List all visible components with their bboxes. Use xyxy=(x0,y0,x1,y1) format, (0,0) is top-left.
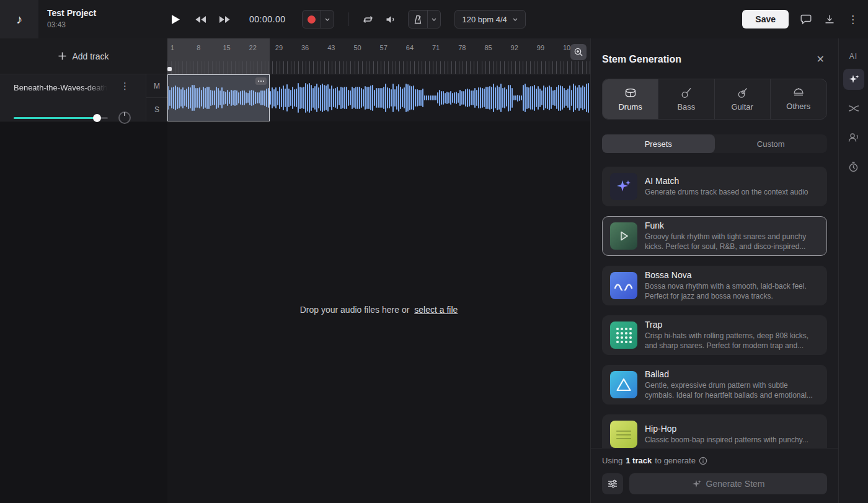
fast-forward-button[interactable] xyxy=(219,15,231,24)
play-button[interactable] xyxy=(171,14,180,25)
preset-ai-match[interactable]: AI Match Generate drums track based on t… xyxy=(602,167,827,206)
others-icon xyxy=(793,87,804,98)
ruler-number: 29 xyxy=(275,44,283,51)
tab-drums-label: Drums xyxy=(618,102,642,112)
preset-text: AI Match Generate drums track based on t… xyxy=(645,176,808,198)
play-icon xyxy=(171,14,180,25)
preset-description: Crisp hi-hats with rolling patterns, dee… xyxy=(645,331,819,351)
preset-title: Trap xyxy=(645,320,819,330)
plus-icon xyxy=(58,52,66,60)
zoom-button[interactable] xyxy=(570,44,587,60)
top-right-actions: Save ⋮ xyxy=(742,0,859,38)
rewind-button[interactable] xyxy=(195,15,206,24)
project-duration: 03:43 xyxy=(47,20,96,29)
music-note-icon: ♪ xyxy=(16,12,22,27)
info-icon[interactable] xyxy=(699,457,707,465)
footer-actions: Generate Stem xyxy=(602,473,827,494)
preset-trap[interactable]: Trap Crisp hi-hats with rolling patterns… xyxy=(602,315,827,355)
track-menu-button[interactable]: ⋮ xyxy=(120,81,130,92)
project-info: Test Project 03:43 xyxy=(47,8,96,29)
timeline-ruler[interactable]: 1815222936435057647178859299106 xyxy=(167,38,590,74)
preset-title: Bossa Nova xyxy=(645,270,819,280)
rewind-icon xyxy=(195,15,206,24)
volume-slider[interactable] xyxy=(14,117,108,119)
tab-others[interactable]: Others xyxy=(771,79,826,119)
audio-track-lane[interactable] xyxy=(167,74,590,121)
volume-icon xyxy=(386,15,396,24)
volume-slider-knob[interactable] xyxy=(93,114,101,122)
rail-tempo-button[interactable] xyxy=(843,156,864,177)
fast-forward-icon xyxy=(219,15,231,24)
pan-knob[interactable] xyxy=(118,112,131,124)
mute-button[interactable]: M xyxy=(146,74,167,98)
crossfade-icon xyxy=(848,104,859,113)
record-button[interactable] xyxy=(303,11,321,28)
ruler-number: 85 xyxy=(484,44,492,51)
export-button[interactable] xyxy=(823,13,836,25)
generate-stem-button[interactable]: Generate Stem xyxy=(629,473,827,494)
mute-solo-column: M S xyxy=(146,74,167,121)
bass-icon xyxy=(681,87,692,98)
tab-drums[interactable]: Drums xyxy=(603,79,658,119)
select-file-link[interactable]: select a file xyxy=(414,305,458,315)
record-options-button[interactable] xyxy=(321,11,334,28)
ruler-tick-marks xyxy=(167,61,590,74)
guitar-icon xyxy=(737,87,748,98)
more-menu-button[interactable]: ⋮ xyxy=(846,13,859,26)
ruler-number: 22 xyxy=(249,44,257,51)
drums-icon xyxy=(624,87,637,98)
add-track-button[interactable]: Add track xyxy=(0,38,167,74)
rail-stem-generation-button[interactable] xyxy=(843,69,864,90)
feedback-button[interactable] xyxy=(799,13,813,26)
chevron-down-icon xyxy=(513,18,518,21)
panel-title: Stem Generation xyxy=(602,54,681,65)
tab-bass[interactable]: Bass xyxy=(658,79,714,119)
solo-button[interactable]: S xyxy=(146,98,167,121)
timeline: 1815222936435057647178859299106 Drop you… xyxy=(167,38,590,503)
metronome-button[interactable] xyxy=(409,11,427,28)
tab-guitar[interactable]: Guitar xyxy=(715,79,771,119)
bpm-selector[interactable]: 120 bpm 4/4 xyxy=(454,10,526,28)
app-logo[interactable]: ♪ xyxy=(0,0,38,38)
tab-guitar-label: Guitar xyxy=(731,102,753,112)
preset-text: Trap Crisp hi-hats with rolling patterns… xyxy=(645,320,819,351)
preset-title: Ballad xyxy=(645,369,819,379)
preset-description: Classic boom-bap inspired patterns with … xyxy=(645,435,808,445)
using-suffix: to generate xyxy=(655,456,696,465)
playhead-handle[interactable] xyxy=(167,67,172,71)
ai-sparkle-icon xyxy=(610,173,637,200)
preset-funk[interactable]: Funk Groovy funk rhythm with tight snare… xyxy=(602,216,827,256)
time-display: 00:00.00 xyxy=(249,14,286,24)
tab-custom[interactable]: Custom xyxy=(715,134,828,153)
volume-slider-fill xyxy=(14,117,97,119)
metronome-options-button[interactable] xyxy=(427,11,440,28)
right-rail: AI xyxy=(838,38,868,503)
project-title: Test Project xyxy=(47,8,96,18)
loop-button[interactable] xyxy=(362,15,374,24)
play-preview-icon[interactable] xyxy=(610,222,637,250)
preset-hip-hop[interactable]: Hip-Hop Classic boom-bap inspired patter… xyxy=(602,414,827,448)
chevron-down-icon xyxy=(325,18,330,21)
volume-button[interactable] xyxy=(386,15,396,24)
clip-menu-button[interactable] xyxy=(255,77,267,85)
preset-title: Funk xyxy=(645,221,819,230)
tab-bass-label: Bass xyxy=(677,102,695,112)
dot-grid-icon xyxy=(610,321,637,349)
rail-voice-button[interactable] xyxy=(843,127,864,148)
track-header[interactable]: Beneath-the-Waves-death ⋮ xyxy=(0,74,146,121)
preset-bossa-nova[interactable]: Bossa Nova Bossa nova rhythm with a smoo… xyxy=(602,266,827,305)
ruler-number: 1 xyxy=(170,44,174,51)
clip-selection[interactable] xyxy=(167,74,270,121)
save-button[interactable]: Save xyxy=(742,10,789,28)
bpm-display: 120 bpm 4/4 xyxy=(463,15,507,24)
using-prefix: Using xyxy=(602,456,622,465)
preset-description: Gentle, expressive drum pattern with sub… xyxy=(645,381,819,401)
rail-crossfade-button[interactable] xyxy=(843,98,864,119)
tab-presets[interactable]: Presets xyxy=(602,134,715,153)
preset-ballad[interactable]: Ballad Gentle, expressive drum pattern w… xyxy=(602,365,827,405)
close-panel-button[interactable]: ✕ xyxy=(814,52,827,66)
generate-stem-label: Generate Stem xyxy=(706,479,765,489)
close-icon: ✕ xyxy=(817,54,825,64)
generation-settings-button[interactable] xyxy=(602,473,623,494)
preset-title: AI Match xyxy=(645,176,808,186)
